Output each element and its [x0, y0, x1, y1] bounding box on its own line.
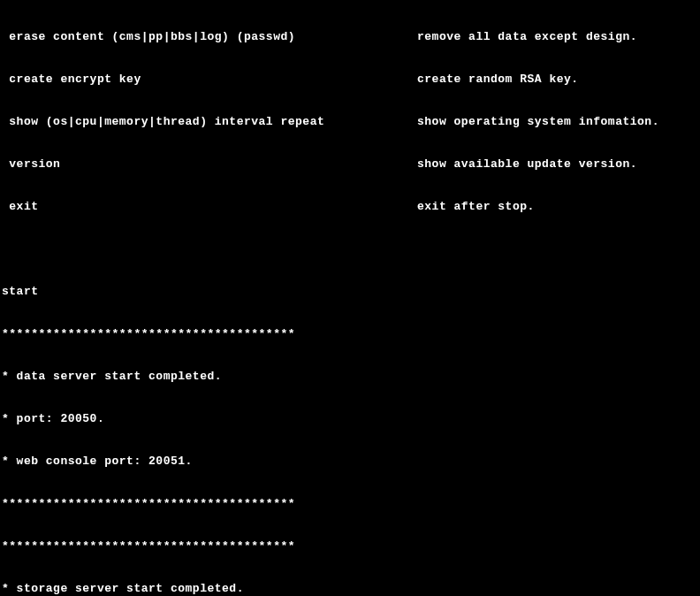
help-desc: show operating system infomation. [417, 115, 659, 129]
log-line: **************************************** [2, 497, 698, 511]
help-desc: exit after stop. [417, 200, 535, 214]
help-row: exit exit after stop. [2, 200, 698, 214]
log-line: * port: 20050. [2, 412, 698, 426]
terminal-output[interactable]: erase content (cms|pp|bbs|log) (passwd) … [2, 2, 698, 594]
log-line: * storage server start completed. [2, 582, 698, 596]
help-desc: remove all data except design. [417, 30, 637, 44]
help-cmd: exit [2, 200, 417, 214]
help-row: show (os|cpu|memory|thread) interval rep… [2, 115, 698, 129]
log-line: start [2, 285, 698, 299]
help-cmd: show (os|cpu|memory|thread) interval rep… [2, 115, 417, 129]
log-line: **************************************** [2, 327, 698, 341]
log-line: * web console port: 20051. [2, 455, 698, 469]
help-cmd: version [2, 157, 417, 172]
help-cmd: erase content (cms|pp|bbs|log) (passwd) [2, 30, 417, 44]
blank-line [2, 242, 698, 256]
help-row: erase content (cms|pp|bbs|log) (passwd) … [2, 30, 698, 44]
log-line: * data server start completed. [2, 370, 698, 384]
help-row: version show available update version. [2, 157, 698, 172]
help-row: create encrypt key create random RSA key… [2, 73, 698, 87]
log-line: **************************************** [2, 539, 698, 554]
help-cmd: create encrypt key [2, 73, 417, 87]
help-desc: create random RSA key. [417, 73, 579, 87]
help-desc: show available update version. [417, 157, 637, 172]
